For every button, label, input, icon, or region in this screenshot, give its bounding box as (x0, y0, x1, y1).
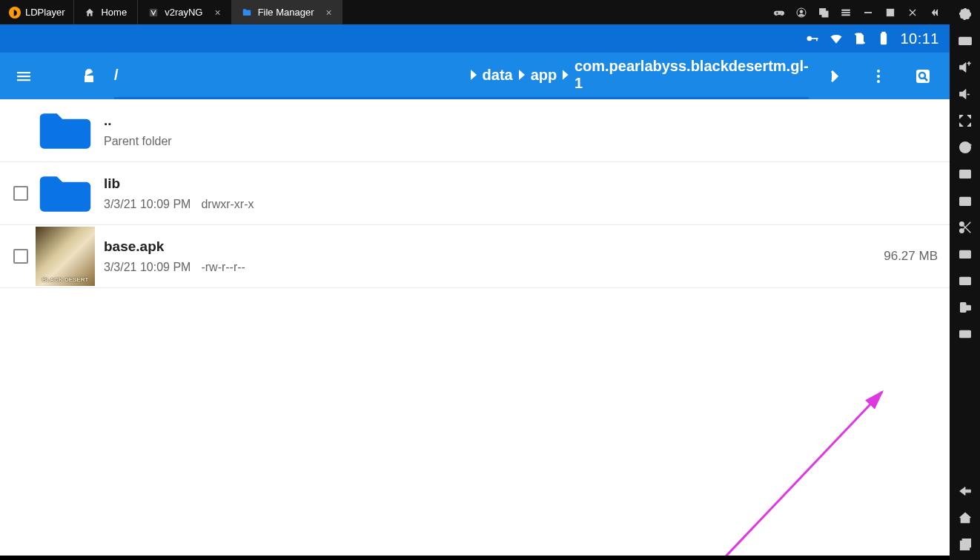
multi-instance-icon[interactable] (957, 166, 973, 182)
svg-point-64 (962, 333, 964, 335)
menu-icon[interactable] (840, 7, 852, 19)
svg-rect-4 (822, 11, 828, 17)
tab-close-button[interactable]: × (326, 7, 332, 19)
key-icon (805, 31, 820, 46)
tab-close-button[interactable]: × (214, 7, 220, 19)
more-icon[interactable] (957, 326, 973, 342)
svg-point-65 (964, 333, 966, 335)
settings-icon[interactable] (957, 6, 973, 22)
gamepad-icon[interactable] (773, 7, 785, 19)
tab-file-manager[interactable]: File Manager × (231, 0, 342, 24)
svg-rect-35 (959, 37, 971, 44)
crumb-label: com.pearlabyss.blackdesertm.gl-1 (575, 58, 809, 92)
app-icon (148, 7, 159, 18)
sync-icon[interactable] (957, 139, 973, 156)
scissors-icon[interactable] (957, 219, 973, 236)
more-options-button[interactable] (861, 59, 896, 94)
crumb-root[interactable]: / (114, 53, 465, 97)
svg-line-55 (963, 225, 970, 233)
svg-point-2 (800, 10, 803, 13)
apk-thumbnail: BLACK DESERT (36, 227, 95, 286)
volume-down-icon[interactable]: - (957, 86, 973, 102)
minimize-icon[interactable] (862, 7, 874, 19)
volume-up-icon[interactable]: + (957, 59, 973, 76)
lock-button[interactable] (71, 59, 107, 94)
crumb-data[interactable]: data (465, 67, 513, 84)
user-icon[interactable] (795, 7, 807, 19)
list-item-folder[interactable]: lib 3/3/21 10:09 PM drwxr-xr-x (0, 162, 950, 225)
back-icon[interactable] (957, 483, 973, 499)
item-name: .. (104, 113, 941, 129)
video-record-icon[interactable] (957, 246, 973, 262)
svg-point-30 (919, 73, 925, 79)
maximize-icon[interactable] (884, 7, 896, 19)
svg-marker-47 (970, 144, 972, 146)
crumb-app[interactable]: app (513, 67, 557, 84)
install-apk-icon[interactable]: APK (957, 193, 973, 209)
ldplayer-logo-icon: ◗ (9, 7, 21, 19)
item-subtitle: Parent folder (104, 135, 172, 148)
svg-point-26 (877, 70, 880, 73)
tab-label: File Manager (258, 7, 314, 18)
svg-rect-5 (842, 10, 850, 10)
item-name: base.apk (104, 239, 884, 255)
svg-rect-21 (17, 79, 30, 81)
tab-home[interactable]: Home (73, 0, 137, 24)
svg-marker-67 (959, 487, 970, 496)
item-permissions: drwxr-xr-x (201, 198, 254, 211)
search-button[interactable] (905, 59, 941, 94)
item-size: 96.27 MB (884, 249, 941, 264)
svg-rect-7 (842, 14, 850, 15)
breadcrumb: / data app com.pearlabyss.blackdesertm.g… (114, 53, 809, 99)
status-clock: 10:11 (900, 30, 939, 47)
svg-marker-23 (471, 70, 477, 80)
tab-strip: Home v2rayNG × File Manager × (73, 0, 342, 24)
svg-point-12 (807, 36, 812, 41)
forward-button[interactable] (816, 59, 852, 94)
svg-marker-42 (959, 63, 965, 73)
tab-v2rayng[interactable]: v2rayNG × (137, 0, 231, 24)
item-name: lib (104, 176, 941, 192)
screenshot-icon[interactable] (957, 273, 973, 289)
wifi-icon (829, 31, 844, 46)
list-item-file[interactable]: BLACK DESERT base.apk 3/3/21 10:09 PM -r… (0, 225, 950, 288)
svg-rect-14 (816, 38, 818, 41)
svg-text:APK: APK (961, 199, 972, 204)
svg-rect-19 (17, 72, 30, 73)
svg-point-27 (877, 75, 880, 78)
row-checkbox[interactable] (6, 249, 36, 264)
svg-marker-24 (519, 70, 525, 80)
hamburger-button[interactable] (6, 59, 42, 94)
folder-icon (37, 173, 93, 214)
crumb-package[interactable]: com.pearlabyss.blackdesertm.gl-1 (557, 58, 809, 92)
battery-charging-icon (876, 31, 891, 46)
item-date: 3/3/21 10:09 PM (104, 198, 191, 211)
annotation-arrow-icon (660, 388, 897, 556)
tab-label: v2rayNG (165, 7, 202, 18)
svg-point-66 (966, 333, 967, 335)
home-icon (85, 7, 95, 18)
list-item-parent[interactable]: .. Parent folder (0, 99, 950, 162)
fm-toolbar: / data app com.pearlabyss.blackdesertm.g… (0, 53, 950, 99)
svg-marker-44 (959, 90, 965, 99)
multi-window-icon[interactable] (818, 7, 830, 19)
chevron-right-icon (561, 68, 570, 81)
fullscreen-icon[interactable] (957, 113, 973, 129)
svg-rect-17 (883, 33, 885, 34)
no-sim-icon (852, 31, 867, 46)
window-actions (773, 7, 950, 19)
home-icon[interactable] (957, 510, 973, 526)
item-permissions: -rw-r--r-- (201, 261, 245, 274)
collapse-sidebar-icon[interactable] (929, 7, 941, 19)
svg-marker-25 (563, 70, 569, 80)
android-status-bar: 10:11 (0, 24, 950, 53)
keyboard-icon[interactable] (957, 33, 973, 49)
rotate-icon[interactable] (957, 299, 973, 316)
close-icon[interactable] (907, 7, 918, 19)
svg-text:-: - (967, 90, 969, 98)
svg-line-56 (963, 222, 970, 230)
recents-icon[interactable] (957, 536, 973, 553)
bottom-border (0, 556, 950, 560)
chevron-right-icon (517, 68, 526, 81)
row-checkbox[interactable] (6, 186, 36, 201)
